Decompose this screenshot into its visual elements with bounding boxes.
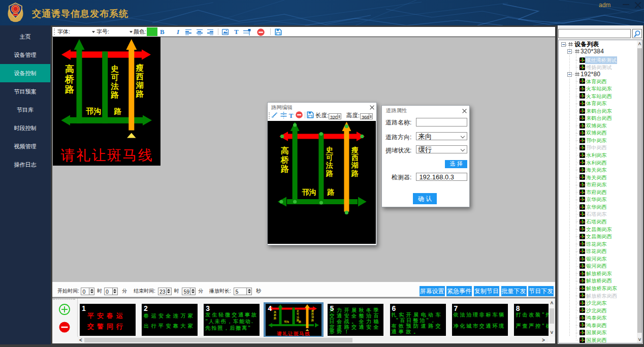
svg-text:路: 路 bbox=[273, 317, 277, 320]
svg-text:邗沟: 邗沟 bbox=[283, 320, 289, 324]
svg-text:路: 路 bbox=[311, 319, 314, 322]
svg-text:路: 路 bbox=[298, 320, 302, 324]
